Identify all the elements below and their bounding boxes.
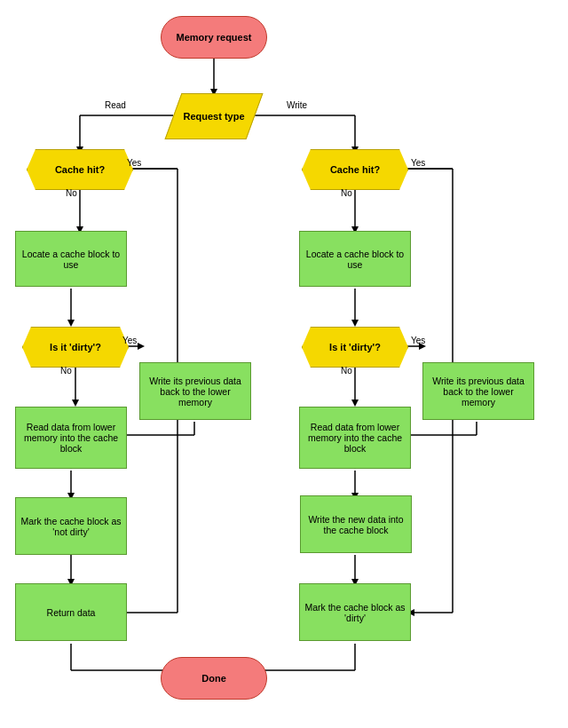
mark-dirty-node: Mark the cache block as 'dirty': [299, 583, 411, 641]
yes-dirty-left: Yes: [122, 336, 137, 345]
locate-block-left-label: Locate a cache block to use: [20, 249, 122, 270]
writeback-left-node: Write its previous data back to the lowe…: [139, 362, 251, 420]
no-cache-hit-left: No: [66, 188, 77, 198]
read-label: Read: [105, 100, 126, 110]
svg-marker-28: [351, 400, 359, 407]
not-dirty-node: Mark the cache block as 'not dirty': [15, 497, 127, 555]
no-cache-hit-right: No: [341, 188, 352, 198]
not-dirty-label: Mark the cache block as 'not dirty': [20, 516, 122, 537]
cache-hit-left-node: Cache hit?: [27, 149, 133, 190]
no-dirty-right: No: [341, 366, 352, 376]
locate-block-left-node: Locate a cache block to use: [15, 231, 127, 287]
cache-hit-left-label: Cache hit?: [55, 164, 105, 175]
request-type-label: Request type: [183, 111, 244, 122]
writeback-right-node: Write its previous data back to the lowe…: [422, 362, 534, 420]
memory-request-label: Memory request: [177, 32, 252, 43]
dirty-left-node: Is it 'dirty'?: [22, 327, 129, 368]
no-dirty-left: No: [60, 366, 72, 376]
yes-cache-hit-right: Yes: [411, 158, 425, 168]
write-new-label: Write the new data into the cache block: [304, 514, 407, 535]
svg-marker-21: [72, 400, 79, 407]
read-mem-left-label: Read data from lower memory into the cac…: [20, 422, 122, 454]
writeback-right-label: Write its previous data back to the lowe…: [427, 376, 530, 408]
request-type-node: Request type: [173, 93, 255, 139]
read-mem-right-node: Read data from lower memory into the cac…: [299, 407, 411, 469]
memory-request-node: Memory request: [161, 16, 267, 59]
locate-block-right-label: Locate a cache block to use: [304, 249, 406, 270]
return-data-label: Return data: [47, 607, 96, 618]
cache-hit-right-label: Cache hit?: [330, 164, 380, 175]
cache-hit-right-node: Cache hit?: [302, 149, 408, 190]
yes-cache-hit-left: Yes: [127, 158, 141, 168]
return-data-node: Return data: [15, 583, 127, 641]
read-mem-right-label: Read data from lower memory into the cac…: [304, 422, 406, 454]
write-label: Write: [287, 100, 307, 110]
dirty-right-node: Is it 'dirty'?: [302, 327, 408, 368]
done-label: Done: [201, 673, 226, 684]
flowchart: Memory request Request type Read Write C…: [0, 0, 568, 728]
mark-dirty-label: Mark the cache block as 'dirty': [304, 602, 406, 623]
writeback-left-label: Write its previous data back to the lowe…: [144, 376, 247, 408]
svg-marker-15: [67, 320, 75, 327]
read-mem-left-node: Read data from lower memory into the cac…: [15, 407, 127, 469]
svg-marker-19: [138, 343, 145, 350]
done-node: Done: [161, 657, 267, 700]
dirty-right-label: Is it 'dirty'?: [329, 342, 381, 352]
dirty-left-label: Is it 'dirty'?: [50, 342, 101, 352]
yes-dirty-right: Yes: [411, 336, 425, 345]
locate-block-right-node: Locate a cache block to use: [299, 231, 411, 287]
svg-marker-17: [351, 320, 359, 327]
write-new-node: Write the new data into the cache block: [300, 495, 412, 553]
